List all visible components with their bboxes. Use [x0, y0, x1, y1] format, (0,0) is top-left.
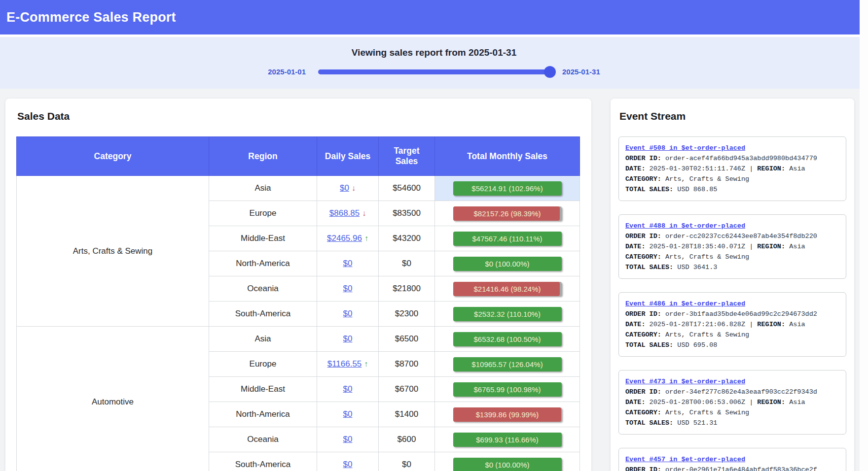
- region-cell: South-America: [209, 302, 317, 327]
- daily-sales-link[interactable]: $0: [343, 309, 353, 318]
- total-monthly-sales-cell: $56214.91 (102.96%): [435, 176, 580, 201]
- event-link[interactable]: Event #473 in $et-order-placed: [625, 378, 745, 385]
- total-monthly-sales-cell: $0 (100.00%): [435, 452, 580, 471]
- vertical-scrollbar[interactable]: [860, 0, 868, 471]
- event-card: Event #457 in $et-order-placedORDER ID: …: [618, 448, 846, 471]
- daily-sales-cell: $0: [317, 251, 379, 276]
- daily-sales-link[interactable]: $0: [343, 409, 353, 419]
- event-detail-line: ORDER ID: order-3b1faad35bde4e06ad99c2c2…: [625, 309, 839, 319]
- daily-sales-link[interactable]: $868.85: [329, 208, 360, 218]
- daily-sales-link[interactable]: $0: [343, 284, 353, 293]
- monthly-sales-bar-label: $21416.46 (98.24%): [453, 282, 562, 296]
- event-detail-line: DATE: 2025-01-28T17:21:06.828Z | REGION:…: [625, 319, 839, 330]
- target-sales-cell: $600: [379, 427, 435, 452]
- monthly-sales-bar-track: $2532.32 (110.10%): [453, 307, 562, 321]
- daily-sales-cell: $0: [317, 377, 379, 402]
- event-link[interactable]: Event #508 in $et-order-placed: [625, 144, 745, 152]
- monthly-sales-bar-label: $56214.91 (102.96%): [453, 181, 562, 196]
- event-detail-line: ORDER ID: order-cc20237cc62443ee87ab4e35…: [625, 231, 839, 241]
- report-controls: Viewing sales report from 2025-01-31 202…: [0, 37, 868, 89]
- total-monthly-sales-cell: $6532.68 (100.50%): [435, 327, 580, 352]
- category-cell: Automotive: [17, 327, 209, 471]
- event-detail-line: CATEGORY: Arts, Crafts & Sewing: [625, 330, 839, 340]
- event-card: Event #486 in $et-order-placedORDER ID: …: [618, 292, 846, 357]
- daily-sales-link[interactable]: $1166.55: [327, 359, 362, 369]
- event-link[interactable]: Event #488 in $et-order-placed: [625, 222, 745, 230]
- sales-table: CategoryRegionDaily SalesTarget SalesTot…: [16, 136, 580, 471]
- region-cell: Oceania: [209, 427, 317, 452]
- table-row-arts-crafts-sewing-asia: Arts, Crafts & SewingAsia$0↓$54600$56214…: [17, 176, 580, 201]
- trend-up-icon: ↑: [364, 360, 368, 368]
- total-monthly-sales-cell: $2532.32 (110.10%): [435, 302, 580, 327]
- daily-sales-cell: $0: [317, 427, 379, 452]
- daily-sales-cell: $0↓: [317, 176, 379, 201]
- event-link[interactable]: Event #457 in $et-order-placed: [625, 456, 745, 463]
- target-sales-cell: $6700: [379, 377, 435, 402]
- event-detail-line: CATEGORY: Arts, Crafts & Sewing: [625, 174, 839, 184]
- column-header-daily-sales: Daily Sales: [317, 137, 379, 176]
- target-sales-cell: $0: [379, 251, 435, 276]
- monthly-sales-bar-track: $21416.46 (98.24%): [453, 282, 562, 296]
- monthly-sales-bar-label: $6765.99 (100.98%): [453, 382, 562, 397]
- event-detail-line: ORDER ID: order-acef4fa66bd945a3abdd9980…: [625, 153, 839, 164]
- event-link[interactable]: Event #486 in $et-order-placed: [625, 300, 745, 307]
- trend-down-icon: ↓: [362, 209, 366, 217]
- daily-sales-link[interactable]: $0: [343, 460, 353, 469]
- monthly-sales-bar-label: $699.93 (116.66%): [453, 433, 562, 447]
- monthly-sales-bar-track: $0 (100.00%): [453, 257, 562, 271]
- monthly-sales-bar-track: $10965.57 (126.04%): [453, 357, 562, 371]
- event-detail-line: TOTAL SALES: USD 3641.3: [625, 262, 839, 272]
- monthly-sales-bar-track: $0 (100.00%): [453, 458, 562, 471]
- event-card: Event #508 in $et-order-placedORDER ID: …: [618, 136, 846, 201]
- daily-sales-link[interactable]: $0: [343, 334, 353, 343]
- monthly-sales-bar-label: $2532.32 (110.10%): [453, 307, 562, 321]
- column-header-region: Region: [209, 137, 317, 176]
- report-range-title: Viewing sales report from 2025-01-31: [0, 47, 868, 58]
- region-cell: Oceania: [209, 276, 317, 302]
- monthly-sales-bar-label: $1399.86 (99.99%): [453, 407, 562, 422]
- daily-sales-link[interactable]: $0: [340, 183, 349, 193]
- target-sales-cell: $2300: [379, 302, 435, 327]
- event-detail-line: TOTAL SALES: USD 521.31: [625, 418, 839, 428]
- region-cell: Asia: [209, 327, 317, 352]
- event-detail-line: TOTAL SALES: USD 868.85: [625, 184, 839, 195]
- event-card: Event #473 in $et-order-placedORDER ID: …: [618, 370, 846, 435]
- total-monthly-sales-cell: $1399.86 (99.99%): [435, 402, 580, 427]
- monthly-sales-bar-track: $6532.68 (100.50%): [453, 332, 562, 346]
- monthly-sales-bar-track: $1399.86 (99.99%): [453, 407, 562, 422]
- app-header: E-Commerce Sales Report: [0, 0, 868, 34]
- monthly-sales-bar-label: $0 (100.00%): [453, 257, 562, 271]
- date-slider-row: 2025-01-01 2025-01-31: [0, 67, 868, 76]
- daily-sales-cell: $0: [317, 276, 379, 302]
- date-slider-track[interactable]: [318, 69, 550, 74]
- event-detail-line: DATE: 2025-01-30T02:51:11.746Z | REGION:…: [625, 164, 839, 174]
- total-monthly-sales-cell: $82157.26 (98.39%): [435, 201, 580, 226]
- daily-sales-link[interactable]: $0: [343, 435, 353, 444]
- region-cell: Europe: [209, 352, 317, 377]
- region-cell: Middle-East: [209, 226, 317, 251]
- main-content: Sales Data CategoryRegionDaily SalesTarg…: [0, 89, 868, 471]
- event-detail-line: CATEGORY: Arts, Crafts & Sewing: [625, 407, 839, 418]
- daily-sales-link[interactable]: $2465.96: [327, 234, 362, 243]
- column-header-total-monthly-sales: Total Monthly Sales: [435, 137, 580, 176]
- monthly-sales-bar-track: $699.93 (116.66%): [453, 433, 562, 447]
- column-header-target-sales: Target Sales: [379, 137, 435, 176]
- monthly-sales-bar-label: $47567.46 (110.11%): [453, 232, 562, 246]
- daily-sales-link[interactable]: $0: [343, 259, 353, 268]
- region-cell: North-America: [209, 251, 317, 276]
- daily-sales-cell: $868.85↓: [317, 201, 379, 226]
- target-sales-cell: $6500: [379, 327, 435, 352]
- event-detail-line: CATEGORY: Arts, Crafts & Sewing: [625, 252, 839, 262]
- target-sales-cell: $83500: [379, 201, 435, 226]
- event-list: Event #508 in $et-order-placedORDER ID: …: [618, 136, 846, 471]
- monthly-sales-bar-label: $6532.68 (100.50%): [453, 332, 562, 346]
- monthly-sales-bar-track: $6765.99 (100.98%): [453, 382, 562, 397]
- date-slider-thumb[interactable]: [544, 66, 556, 78]
- monthly-sales-bar-label: $0 (100.00%): [453, 458, 562, 471]
- target-sales-cell: $43200: [379, 226, 435, 251]
- event-detail-line: TOTAL SALES: USD 695.08: [625, 340, 839, 350]
- total-monthly-sales-cell: $6765.99 (100.98%): [435, 377, 580, 402]
- monthly-sales-bar-label: $82157.26 (98.39%): [453, 206, 562, 221]
- app-title: E-Commerce Sales Report: [6, 10, 176, 25]
- daily-sales-link[interactable]: $0: [343, 384, 353, 394]
